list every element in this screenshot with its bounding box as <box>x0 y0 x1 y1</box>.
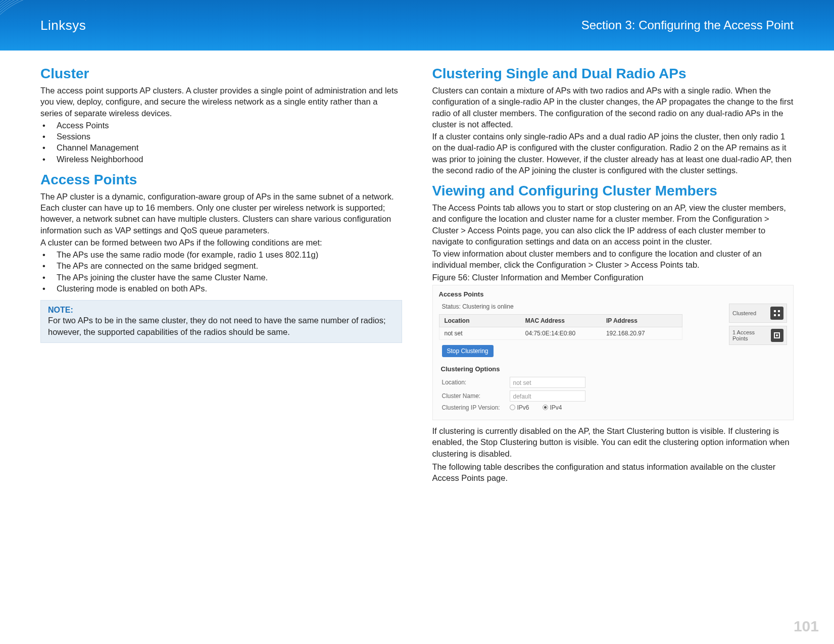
para-ap-desc: The AP cluster is a dynamic, configurati… <box>40 191 402 236</box>
ss-ipversion-row: Clustering IP Version: IPv6 IPv4 <box>442 404 788 411</box>
para-after-figure-2: The following table describes the config… <box>432 461 794 484</box>
ss-location-label: Location: <box>442 379 503 386</box>
heading-cluster: Cluster <box>40 66 402 82</box>
svg-rect-3 <box>778 314 780 316</box>
ss-right-tiles: Clustered 1 Access Points <box>729 304 787 348</box>
ss-location-row: Location: not set <box>442 377 788 388</box>
ss-td-location: not set <box>439 327 520 339</box>
cluster-icon <box>770 307 783 320</box>
note-body: For two APs to be in the same cluster, t… <box>48 315 395 337</box>
ap-conditions-list: The APs use the same radio mode (for exa… <box>40 249 402 294</box>
ss-clustering-options-heading: Clustering Options <box>441 365 788 373</box>
section-label: Section 3: Configuring the Access Point <box>581 18 794 32</box>
list-item: Wireless Neighborhood <box>40 154 402 165</box>
ss-td-mac: 04:75:0E:14:E0:80 <box>520 327 601 339</box>
ss-th-location: Location <box>439 315 520 327</box>
ss-radio-ipv6-label: IPv6 <box>517 404 529 411</box>
radio-icon <box>510 405 515 410</box>
para-single-dual-2: If a cluster contains only single-radio … <box>432 131 794 176</box>
right-column: Clustering Single and Dual Radio APs Clu… <box>432 66 794 484</box>
note-box: NOTE: For two APs to be in the same clus… <box>40 300 402 343</box>
ss-tile-clustered: Clustered <box>729 304 787 323</box>
ss-table-header: Location MAC Address IP Address <box>439 314 683 327</box>
ss-stop-clustering-button[interactable]: Stop Clustering <box>442 345 494 357</box>
list-item: Channel Management <box>40 142 402 153</box>
ss-td-ip[interactable]: 192.168.20.97 <box>601 327 682 339</box>
para-view-2: To view information about cluster member… <box>432 248 794 271</box>
ss-cluster-name-input[interactable]: default <box>510 390 585 402</box>
brand-label: Linksys <box>40 18 86 33</box>
heading-view-configure: Viewing and Configuring Cluster Members <box>432 183 794 199</box>
para-ap-conditions-lead: A cluster can be formed between two APs … <box>40 237 402 248</box>
figure-caption: Figure 56: Cluster Information and Membe… <box>432 272 794 283</box>
figure-screenshot: Access Points Status: Clustering is onli… <box>432 285 794 420</box>
heading-single-dual: Clustering Single and Dual Radio APs <box>432 66 794 82</box>
ss-th-ip: IP Address <box>601 315 682 327</box>
para-cluster-intro: The access point supports AP clusters. A… <box>40 85 402 119</box>
ss-location-input[interactable]: not set <box>510 377 585 388</box>
ss-radio-ipv4[interactable]: IPv4 <box>543 404 562 411</box>
list-item: The APs are connected on the same bridge… <box>40 260 402 271</box>
list-item: Access Points <box>40 120 402 131</box>
left-column: Cluster The access point supports AP clu… <box>40 66 402 484</box>
ss-cluster-name-label: Cluster Name: <box>442 392 503 400</box>
list-item: The APs joining the cluster have the sam… <box>40 272 402 283</box>
cluster-topics-list: Access Points Sessions Channel Managemen… <box>40 120 402 165</box>
page-number: 101 <box>794 618 819 635</box>
page-content: Cluster The access point supports AP clu… <box>0 51 834 484</box>
list-item: Clustering mode is enabled on both APs. <box>40 283 402 294</box>
heading-access-points: Access Points <box>40 172 402 188</box>
para-after-figure-1: If clustering is currently disabled on t… <box>432 425 794 459</box>
para-view-1: The Access Points tab allows you to star… <box>432 202 794 247</box>
svg-rect-0 <box>774 310 776 312</box>
ss-tile-count-label: 1 Access Points <box>732 329 771 341</box>
ss-radio-ipv4-label: IPv4 <box>550 404 562 411</box>
ss-cluster-name-row: Cluster Name: default <box>442 390 788 402</box>
access-point-icon <box>771 329 783 342</box>
ss-th-mac: MAC Address <box>520 315 601 327</box>
ss-radio-ipv6[interactable]: IPv6 <box>510 404 529 411</box>
para-single-dual-1: Clusters can contain a mixture of APs wi… <box>432 85 794 130</box>
radio-icon <box>543 405 548 410</box>
ss-tab-title: Access Points <box>439 290 788 298</box>
ss-tile-count: 1 Access Points <box>729 326 787 345</box>
note-label: NOTE: <box>48 306 395 315</box>
ss-ipversion-label: Clustering IP Version: <box>442 404 503 411</box>
svg-rect-1 <box>778 310 780 312</box>
list-item: The APs use the same radio mode (for exa… <box>40 249 402 260</box>
svg-point-5 <box>776 334 778 336</box>
list-item: Sessions <box>40 131 402 142</box>
svg-rect-2 <box>774 314 776 316</box>
page-header: Linksys Section 3: Configuring the Acces… <box>0 0 834 51</box>
ss-table-row: not set 04:75:0E:14:E0:80 192.168.20.97 <box>439 327 683 340</box>
ss-tile-clustered-label: Clustered <box>732 310 756 316</box>
